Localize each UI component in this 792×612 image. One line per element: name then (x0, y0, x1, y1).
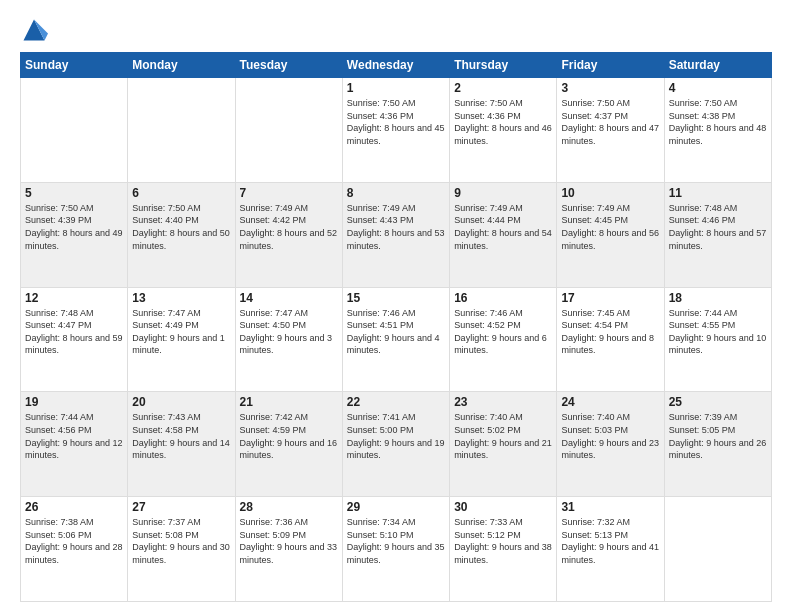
calendar-day-cell: 25Sunrise: 7:39 AMSunset: 5:05 PMDayligh… (664, 392, 771, 497)
day-info: Sunrise: 7:41 AMSunset: 5:00 PMDaylight:… (347, 411, 445, 461)
day-number: 14 (240, 291, 338, 305)
calendar-day-cell: 22Sunrise: 7:41 AMSunset: 5:00 PMDayligh… (342, 392, 449, 497)
day-number: 30 (454, 500, 552, 514)
day-number: 12 (25, 291, 123, 305)
logo-icon (20, 16, 48, 44)
calendar-day-cell (21, 78, 128, 183)
day-number: 13 (132, 291, 230, 305)
calendar-day-cell: 16Sunrise: 7:46 AMSunset: 4:52 PMDayligh… (450, 287, 557, 392)
day-number: 1 (347, 81, 445, 95)
header (20, 16, 772, 44)
calendar-day-cell (128, 78, 235, 183)
day-of-week-header: Saturday (664, 53, 771, 78)
day-info: Sunrise: 7:46 AMSunset: 4:52 PMDaylight:… (454, 307, 552, 357)
day-info: Sunrise: 7:40 AMSunset: 5:03 PMDaylight:… (561, 411, 659, 461)
day-info: Sunrise: 7:47 AMSunset: 4:49 PMDaylight:… (132, 307, 230, 357)
day-number: 22 (347, 395, 445, 409)
day-number: 10 (561, 186, 659, 200)
day-number: 31 (561, 500, 659, 514)
day-info: Sunrise: 7:50 AMSunset: 4:39 PMDaylight:… (25, 202, 123, 252)
day-number: 6 (132, 186, 230, 200)
day-info: Sunrise: 7:50 AMSunset: 4:36 PMDaylight:… (454, 97, 552, 147)
calendar-day-cell: 3Sunrise: 7:50 AMSunset: 4:37 PMDaylight… (557, 78, 664, 183)
calendar-day-cell: 17Sunrise: 7:45 AMSunset: 4:54 PMDayligh… (557, 287, 664, 392)
day-number: 8 (347, 186, 445, 200)
calendar-day-cell: 9Sunrise: 7:49 AMSunset: 4:44 PMDaylight… (450, 182, 557, 287)
calendar-day-cell: 23Sunrise: 7:40 AMSunset: 5:02 PMDayligh… (450, 392, 557, 497)
calendar-day-cell: 18Sunrise: 7:44 AMSunset: 4:55 PMDayligh… (664, 287, 771, 392)
calendar-day-cell: 20Sunrise: 7:43 AMSunset: 4:58 PMDayligh… (128, 392, 235, 497)
day-info: Sunrise: 7:47 AMSunset: 4:50 PMDaylight:… (240, 307, 338, 357)
calendar-day-cell: 7Sunrise: 7:49 AMSunset: 4:42 PMDaylight… (235, 182, 342, 287)
calendar-day-cell: 1Sunrise: 7:50 AMSunset: 4:36 PMDaylight… (342, 78, 449, 183)
calendar-day-cell: 15Sunrise: 7:46 AMSunset: 4:51 PMDayligh… (342, 287, 449, 392)
calendar-day-cell: 30Sunrise: 7:33 AMSunset: 5:12 PMDayligh… (450, 497, 557, 602)
day-info: Sunrise: 7:34 AMSunset: 5:10 PMDaylight:… (347, 516, 445, 566)
calendar-week-row: 5Sunrise: 7:50 AMSunset: 4:39 PMDaylight… (21, 182, 772, 287)
day-number: 15 (347, 291, 445, 305)
day-info: Sunrise: 7:49 AMSunset: 4:45 PMDaylight:… (561, 202, 659, 252)
day-info: Sunrise: 7:32 AMSunset: 5:13 PMDaylight:… (561, 516, 659, 566)
day-info: Sunrise: 7:46 AMSunset: 4:51 PMDaylight:… (347, 307, 445, 357)
logo (20, 16, 52, 44)
day-info: Sunrise: 7:49 AMSunset: 4:43 PMDaylight:… (347, 202, 445, 252)
day-info: Sunrise: 7:49 AMSunset: 4:44 PMDaylight:… (454, 202, 552, 252)
calendar-day-cell: 29Sunrise: 7:34 AMSunset: 5:10 PMDayligh… (342, 497, 449, 602)
day-info: Sunrise: 7:33 AMSunset: 5:12 PMDaylight:… (454, 516, 552, 566)
calendar-day-cell: 12Sunrise: 7:48 AMSunset: 4:47 PMDayligh… (21, 287, 128, 392)
day-info: Sunrise: 7:40 AMSunset: 5:02 PMDaylight:… (454, 411, 552, 461)
day-info: Sunrise: 7:50 AMSunset: 4:37 PMDaylight:… (561, 97, 659, 147)
calendar-day-cell: 11Sunrise: 7:48 AMSunset: 4:46 PMDayligh… (664, 182, 771, 287)
day-info: Sunrise: 7:49 AMSunset: 4:42 PMDaylight:… (240, 202, 338, 252)
day-number: 26 (25, 500, 123, 514)
calendar-day-cell: 8Sunrise: 7:49 AMSunset: 4:43 PMDaylight… (342, 182, 449, 287)
day-info: Sunrise: 7:45 AMSunset: 4:54 PMDaylight:… (561, 307, 659, 357)
day-number: 2 (454, 81, 552, 95)
day-number: 11 (669, 186, 767, 200)
calendar-day-cell: 4Sunrise: 7:50 AMSunset: 4:38 PMDaylight… (664, 78, 771, 183)
day-number: 21 (240, 395, 338, 409)
calendar-week-row: 12Sunrise: 7:48 AMSunset: 4:47 PMDayligh… (21, 287, 772, 392)
day-info: Sunrise: 7:39 AMSunset: 5:05 PMDaylight:… (669, 411, 767, 461)
day-number: 9 (454, 186, 552, 200)
calendar-day-cell: 31Sunrise: 7:32 AMSunset: 5:13 PMDayligh… (557, 497, 664, 602)
day-info: Sunrise: 7:50 AMSunset: 4:36 PMDaylight:… (347, 97, 445, 147)
calendar-day-cell: 28Sunrise: 7:36 AMSunset: 5:09 PMDayligh… (235, 497, 342, 602)
page: SundayMondayTuesdayWednesdayThursdayFrid… (0, 0, 792, 612)
calendar-day-cell: 26Sunrise: 7:38 AMSunset: 5:06 PMDayligh… (21, 497, 128, 602)
day-info: Sunrise: 7:43 AMSunset: 4:58 PMDaylight:… (132, 411, 230, 461)
calendar-table: SundayMondayTuesdayWednesdayThursdayFrid… (20, 52, 772, 602)
day-of-week-header: Sunday (21, 53, 128, 78)
day-of-week-header: Tuesday (235, 53, 342, 78)
day-number: 3 (561, 81, 659, 95)
calendar-day-cell: 19Sunrise: 7:44 AMSunset: 4:56 PMDayligh… (21, 392, 128, 497)
day-number: 20 (132, 395, 230, 409)
day-number: 7 (240, 186, 338, 200)
calendar-week-row: 19Sunrise: 7:44 AMSunset: 4:56 PMDayligh… (21, 392, 772, 497)
day-number: 28 (240, 500, 338, 514)
day-info: Sunrise: 7:36 AMSunset: 5:09 PMDaylight:… (240, 516, 338, 566)
calendar-day-cell: 27Sunrise: 7:37 AMSunset: 5:08 PMDayligh… (128, 497, 235, 602)
calendar-day-cell (235, 78, 342, 183)
day-info: Sunrise: 7:50 AMSunset: 4:40 PMDaylight:… (132, 202, 230, 252)
day-number: 4 (669, 81, 767, 95)
calendar-week-row: 26Sunrise: 7:38 AMSunset: 5:06 PMDayligh… (21, 497, 772, 602)
day-number: 5 (25, 186, 123, 200)
day-info: Sunrise: 7:44 AMSunset: 4:56 PMDaylight:… (25, 411, 123, 461)
day-info: Sunrise: 7:48 AMSunset: 4:46 PMDaylight:… (669, 202, 767, 252)
day-number: 27 (132, 500, 230, 514)
day-number: 23 (454, 395, 552, 409)
calendar-day-cell (664, 497, 771, 602)
day-of-week-header: Thursday (450, 53, 557, 78)
calendar-day-cell: 2Sunrise: 7:50 AMSunset: 4:36 PMDaylight… (450, 78, 557, 183)
calendar-day-cell: 5Sunrise: 7:50 AMSunset: 4:39 PMDaylight… (21, 182, 128, 287)
day-of-week-header: Friday (557, 53, 664, 78)
calendar-day-cell: 10Sunrise: 7:49 AMSunset: 4:45 PMDayligh… (557, 182, 664, 287)
day-info: Sunrise: 7:42 AMSunset: 4:59 PMDaylight:… (240, 411, 338, 461)
calendar-day-cell: 14Sunrise: 7:47 AMSunset: 4:50 PMDayligh… (235, 287, 342, 392)
day-number: 18 (669, 291, 767, 305)
calendar-day-cell: 24Sunrise: 7:40 AMSunset: 5:03 PMDayligh… (557, 392, 664, 497)
day-of-week-header: Wednesday (342, 53, 449, 78)
day-number: 17 (561, 291, 659, 305)
day-info: Sunrise: 7:37 AMSunset: 5:08 PMDaylight:… (132, 516, 230, 566)
